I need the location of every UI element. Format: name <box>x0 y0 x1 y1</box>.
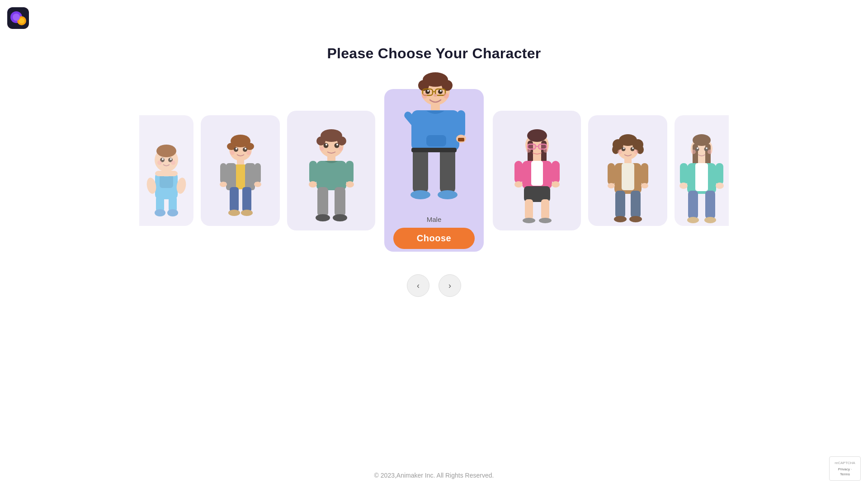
svg-point-20 <box>155 209 165 216</box>
svg-point-3 <box>13 14 20 21</box>
characters-row: Male Choose <box>139 89 729 252</box>
svg-rect-93 <box>440 148 455 193</box>
character-label-male: Male <box>427 216 442 223</box>
svg-rect-113 <box>525 199 533 220</box>
svg-point-163 <box>679 183 688 189</box>
svg-rect-141 <box>641 163 648 185</box>
svg-point-82 <box>427 90 429 92</box>
svg-point-4 <box>19 18 24 23</box>
svg-point-12 <box>171 160 175 165</box>
svg-point-83 <box>440 90 442 92</box>
character-figure-teen-girl <box>493 111 581 230</box>
svg-rect-57 <box>316 161 346 190</box>
character-card-adult-male[interactable]: Male Choose <box>384 89 484 252</box>
svg-point-41 <box>241 210 253 216</box>
svg-point-55 <box>339 146 343 151</box>
svg-point-142 <box>608 183 615 188</box>
svg-rect-38 <box>230 187 239 212</box>
svg-point-152 <box>691 150 696 154</box>
svg-point-51 <box>334 143 339 148</box>
svg-rect-140 <box>608 163 615 185</box>
svg-point-86 <box>434 94 437 97</box>
svg-point-160 <box>704 217 716 223</box>
character-card-adult-female[interactable] <box>588 115 667 226</box>
character-card-boy-casual[interactable] <box>201 115 280 226</box>
svg-point-164 <box>716 183 724 189</box>
character-card-baby-boy[interactable] <box>139 115 193 226</box>
svg-point-159 <box>687 217 699 223</box>
svg-point-60 <box>316 214 330 221</box>
character-figure-teen-boy <box>287 111 375 230</box>
adult-female-svg <box>605 134 651 224</box>
svg-point-6 <box>156 145 176 157</box>
svg-point-85 <box>443 93 449 99</box>
page-title: Please Choose Your Character <box>327 45 541 62</box>
svg-rect-36 <box>226 163 236 190</box>
boy-casual-svg <box>218 134 263 224</box>
svg-rect-16 <box>160 177 173 188</box>
svg-rect-59 <box>335 187 345 216</box>
svg-rect-156 <box>695 163 708 191</box>
svg-point-130 <box>632 147 634 149</box>
svg-point-52 <box>326 144 327 145</box>
svg-point-65 <box>346 181 354 188</box>
character-card-teen-boy[interactable] <box>287 111 375 230</box>
svg-point-32 <box>230 150 235 155</box>
adult-male-svg <box>396 72 472 212</box>
svg-point-129 <box>623 147 625 149</box>
choose-button[interactable]: Choose <box>393 228 475 249</box>
svg-rect-58 <box>317 187 328 216</box>
svg-rect-90 <box>457 110 465 137</box>
svg-rect-157 <box>688 191 698 219</box>
svg-rect-137 <box>631 191 641 218</box>
svg-rect-158 <box>705 191 715 219</box>
svg-rect-63 <box>346 161 354 183</box>
svg-rect-136 <box>615 191 625 218</box>
svg-point-31 <box>245 148 246 150</box>
svg-rect-135 <box>622 163 634 190</box>
footer-copyright: © 2023,Animaker Inc. All Rights Reserved… <box>374 472 494 479</box>
character-figure-adult-male <box>384 83 484 214</box>
svg-point-21 <box>167 209 178 216</box>
svg-rect-162 <box>716 163 723 185</box>
svg-point-153 <box>708 150 712 154</box>
character-card-girl-casual[interactable] <box>675 115 729 226</box>
svg-rect-17 <box>155 171 178 176</box>
svg-point-40 <box>228 210 240 216</box>
character-figure-baby <box>139 115 193 226</box>
svg-rect-161 <box>680 163 688 185</box>
character-figure-girl-casual <box>675 115 729 226</box>
next-button[interactable]: › <box>439 274 461 297</box>
svg-point-131 <box>618 150 622 154</box>
svg-point-30 <box>236 148 237 150</box>
svg-point-11 <box>157 160 162 165</box>
teen-girl-svg <box>512 129 562 229</box>
svg-rect-95 <box>458 138 464 141</box>
svg-rect-94 <box>411 148 457 152</box>
svg-point-138 <box>614 216 627 222</box>
svg-rect-117 <box>514 161 523 183</box>
svg-point-120 <box>552 181 560 188</box>
character-figure-boy-casual <box>201 115 280 226</box>
svg-point-97 <box>438 190 458 199</box>
svg-point-99 <box>527 129 547 142</box>
svg-point-33 <box>246 150 251 155</box>
svg-point-10 <box>170 158 172 160</box>
recaptcha-links: Privacy · Terms <box>834 467 856 477</box>
svg-point-139 <box>629 216 642 222</box>
svg-rect-43 <box>255 163 261 183</box>
svg-point-143 <box>641 183 648 188</box>
svg-rect-114 <box>541 199 549 220</box>
svg-rect-92 <box>413 148 428 193</box>
svg-point-108 <box>543 148 548 153</box>
nav-arrows: ‹ › <box>407 274 461 297</box>
character-card-teen-girl[interactable] <box>493 111 581 230</box>
svg-rect-111 <box>531 161 543 186</box>
svg-rect-42 <box>220 163 226 183</box>
svg-point-115 <box>523 218 535 223</box>
svg-point-64 <box>309 181 317 188</box>
svg-point-84 <box>422 93 427 99</box>
svg-point-45 <box>254 182 261 187</box>
app-logo <box>7 7 29 29</box>
prev-button[interactable]: ‹ <box>407 274 429 297</box>
